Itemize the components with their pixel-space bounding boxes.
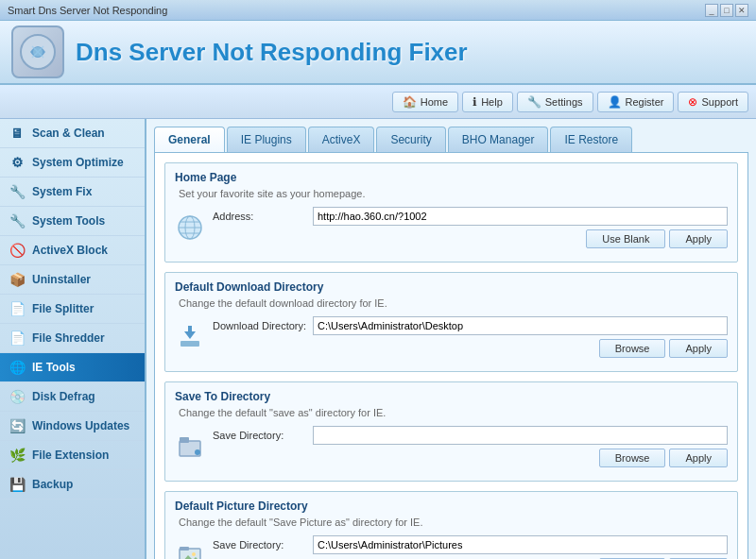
sidebar-icon-scan-clean: 🖥 — [8, 126, 26, 141]
picture-dir-desc: Change the default "Save Picture as" dir… — [175, 517, 728, 528]
svg-point-15 — [192, 552, 196, 556]
download-browse-button[interactable]: Browse — [599, 339, 666, 358]
sidebar-item-ie-tools[interactable]: 🌐IE Tools — [0, 353, 145, 382]
sidebar-label-backup: Backup — [32, 478, 73, 491]
main-layout: 🖥Scan & Clean⚙System Optimize🔧System Fix… — [0, 119, 756, 559]
sidebar-label-file-splitter: File Splitter — [32, 302, 94, 315]
home-page-section: Home Page Set your favorite site as your… — [164, 162, 738, 263]
sidebar-icon-activex-block: 🚫 — [8, 243, 26, 258]
register-button[interactable]: 👤 Register — [597, 92, 675, 112]
sidebar-label-file-shredder: File Shredder — [32, 331, 105, 345]
support-button[interactable]: ⊗ Support — [678, 92, 748, 112]
sidebar-label-uninstaller: Uninstaller — [32, 273, 91, 286]
home-page-desc: Set your favorite site as your homepage. — [175, 188, 728, 199]
sidebar-item-file-splitter[interactable]: 📄File Splitter — [0, 295, 145, 324]
save-dir-label: Save Directory: — [213, 430, 307, 441]
minimize-button[interactable]: _ — [705, 4, 718, 17]
download-dir-input[interactable] — [313, 316, 728, 335]
sidebar-item-uninstaller[interactable]: 📦Uninstaller — [0, 265, 145, 295]
app-logo — [11, 25, 64, 78]
download-dir-row: Download Directory: Browse Apply — [175, 316, 728, 358]
address-input[interactable] — [313, 207, 728, 226]
download-dir-section: Default Download Directory Change the de… — [164, 272, 738, 372]
sidebar-label-file-extension: File Extension — [32, 449, 109, 462]
sidebar-item-system-optimize[interactable]: ⚙System Optimize — [0, 148, 145, 178]
sidebar-icon-uninstaller: 📦 — [8, 272, 26, 287]
home-button[interactable]: 🏠 Home — [392, 92, 458, 112]
title-bar-buttons: _ □ ✕ — [705, 4, 748, 17]
download-dir-field-row: Download Directory: — [213, 316, 728, 335]
download-dir-label: Download Directory: — [213, 320, 307, 331]
sidebar-item-system-tools[interactable]: 🔧System Tools — [0, 207, 145, 236]
tab-ie-restore[interactable]: IE Restore — [550, 127, 632, 152]
save-browse-button[interactable]: Browse — [599, 449, 666, 467]
sidebar-item-system-fix[interactable]: 🔧System Fix — [0, 178, 145, 207]
address-row: Address: — [213, 207, 728, 226]
save-apply-button[interactable]: Apply — [669, 449, 728, 467]
title-bar-text: Smart Dns Server Not Responding — [8, 5, 167, 16]
use-blank-button[interactable]: Use Blank — [586, 229, 665, 248]
home-apply-button[interactable]: Apply — [669, 229, 728, 248]
tab-security[interactable]: Security — [376, 127, 445, 152]
download-dir-fields: Download Directory: Browse Apply — [213, 316, 728, 358]
svg-rect-9 — [188, 326, 192, 335]
picture-dir-fields: Save Directory: Browse Apply — [213, 535, 728, 559]
sidebar-item-scan-clean[interactable]: 🖥Scan & Clean — [0, 119, 145, 148]
home-page-title: Home Page — [175, 171, 728, 184]
close-button[interactable]: ✕ — [735, 4, 748, 17]
sidebar-label-ie-tools: IE Tools — [32, 361, 76, 374]
sidebar-icon-disk-defrag: 💿 — [8, 389, 26, 404]
tab-content: Home Page Set your favorite site as your… — [154, 152, 748, 559]
save-to-dir-title: Save To Directory — [175, 390, 728, 403]
sidebar-item-disk-defrag[interactable]: 💿Disk Defrag — [0, 382, 145, 412]
sidebar-label-scan-clean: Scan & Clean — [32, 127, 105, 140]
sidebar-item-file-shredder[interactable]: 📄File Shredder — [0, 324, 145, 353]
sidebar-icon-file-shredder: 📄 — [8, 330, 26, 346]
picture-dir-row: Save Directory: Browse Apply — [175, 535, 728, 559]
sidebar-label-system-tools: System Tools — [32, 214, 105, 228]
sidebar: 🖥Scan & Clean⚙System Optimize🔧System Fix… — [0, 119, 146, 559]
address-label: Address: — [213, 211, 307, 222]
tab-general[interactable]: General — [154, 127, 225, 152]
tab-bho-manager[interactable]: BHO Manager — [448, 127, 549, 152]
picture-dir-section: Default Picture Directory Change the def… — [164, 491, 738, 559]
sidebar-item-backup[interactable]: 💾Backup — [0, 470, 145, 500]
sidebar-icon-system-optimize: ⚙ — [8, 155, 26, 170]
help-button[interactable]: ℹ Help — [462, 92, 513, 112]
sidebar-item-activex-block[interactable]: 🚫ActiveX Block — [0, 236, 145, 265]
download-dir-btn-row: Browse Apply — [213, 339, 728, 358]
download-apply-button[interactable]: Apply — [669, 339, 728, 358]
sidebar-icon-system-tools: 🔧 — [8, 213, 26, 229]
home-page-fields: Address: Use Blank Apply — [213, 207, 728, 248]
picture-dir-label: Save Directory: — [213, 539, 307, 551]
maximize-button[interactable]: □ — [720, 4, 733, 17]
app-title: Dns Server Not Responding Fixer — [76, 38, 468, 67]
picture-dir-field-row: Save Directory: — [213, 535, 728, 554]
save-icon — [175, 432, 205, 462]
tab-activex[interactable]: ActiveX — [308, 127, 375, 152]
sidebar-icon-file-extension: 🌿 — [8, 448, 26, 463]
content-area: GeneralIE PluginsActiveXSecurityBHO Mana… — [146, 119, 756, 559]
save-dir-input[interactable] — [313, 426, 728, 445]
sidebar-label-system-optimize: System Optimize — [32, 156, 124, 169]
svg-point-12 — [195, 449, 200, 455]
save-to-dir-desc: Change the default "save as" directory f… — [175, 407, 728, 418]
save-to-dir-row: Save Directory: Browse Apply — [175, 426, 728, 467]
tab-ie-plugins[interactable]: IE Plugins — [227, 127, 306, 152]
title-bar: Smart Dns Server Not Responding _ □ ✕ — [0, 0, 756, 21]
sidebar-icon-system-fix: 🔧 — [8, 184, 26, 199]
home-page-btn-row: Use Blank Apply — [213, 229, 728, 248]
download-dir-title: Default Download Directory — [175, 280, 728, 294]
settings-button[interactable]: 🔧 Settings — [517, 92, 593, 112]
svg-rect-11 — [180, 437, 189, 443]
sidebar-icon-backup: 💾 — [8, 477, 26, 492]
tab-bar: GeneralIE PluginsActiveXSecurityBHO Mana… — [154, 127, 748, 152]
picture-dir-input[interactable] — [313, 535, 728, 554]
toolbar: 🏠 Home ℹ Help 🔧 Settings 👤 Register ⊗ Su… — [0, 85, 756, 119]
picture-icon — [175, 541, 205, 559]
download-icon — [175, 322, 205, 352]
sidebar-item-windows-updates[interactable]: 🔄Windows Updates — [0, 412, 145, 441]
sidebar-item-file-extension[interactable]: 🌿File Extension — [0, 441, 145, 470]
app-header: Dns Server Not Responding Fixer — [0, 21, 756, 85]
sidebar-label-disk-defrag: Disk Defrag — [32, 390, 95, 403]
